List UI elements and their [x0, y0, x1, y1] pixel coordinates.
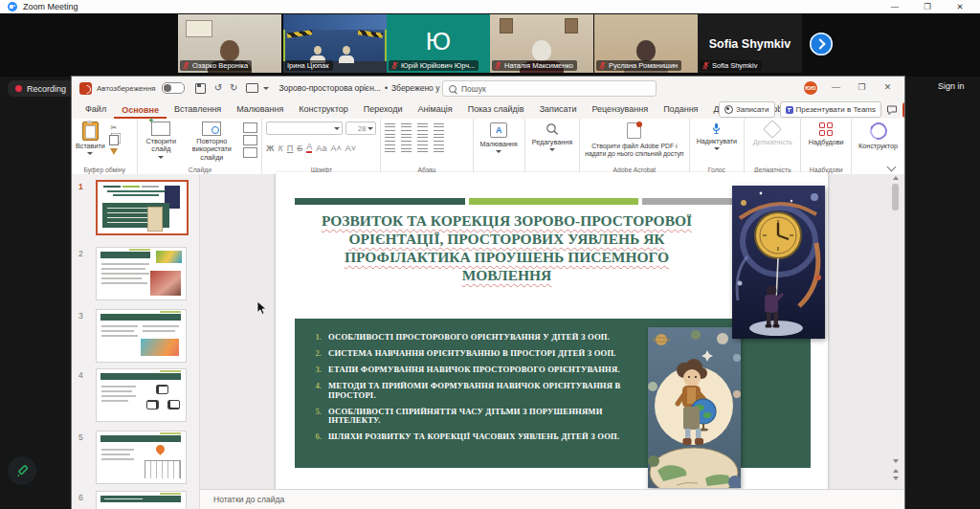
- annotation-pencil-button[interactable]: [8, 456, 36, 485]
- voice-group: Надиктувати Голос: [690, 119, 745, 174]
- slide-thumbnail-6[interactable]: [96, 491, 187, 509]
- layout-icon[interactable]: [243, 122, 257, 133]
- ribbon-tabs: Файл Основне Вставлення Малювання Констр…: [78, 100, 797, 119]
- record-button[interactable]: Записати: [719, 101, 775, 118]
- participant-tile[interactable]: Руслана Романишин: [594, 14, 698, 73]
- format-painter-icon[interactable]: [110, 148, 118, 155]
- smartart-icon[interactable]: [434, 144, 444, 152]
- italic-button[interactable]: К: [278, 144, 282, 153]
- indent-icon[interactable]: [417, 123, 428, 131]
- tab-slideshow[interactable]: Показ слайдів: [460, 101, 532, 119]
- notes-pane[interactable]: Нотатки до слайда: [200, 489, 904, 509]
- reuse-slides-button[interactable]: Повторно використати слайди: [184, 122, 239, 162]
- drawing-button[interactable]: A Малювання: [478, 122, 521, 154]
- powerpoint-window: Автозбереження ↺ ↻ Зорово-просторова орі…: [72, 77, 904, 509]
- columns-icon[interactable]: [434, 134, 444, 142]
- next-slide-icon[interactable]: [893, 476, 899, 480]
- create-pdf-button[interactable]: Створити файл Adobe PDF і надати до ньог…: [584, 143, 685, 159]
- qat-more-icon[interactable]: [263, 87, 269, 90]
- designer-button[interactable]: Конструктор: [856, 122, 901, 151]
- autosave-toggle[interactable]: [162, 82, 185, 94]
- dictate-button[interactable]: Надиктувати: [694, 122, 740, 151]
- cut-icon[interactable]: ✂: [110, 123, 117, 132]
- section-icon[interactable]: [243, 147, 257, 158]
- slide-canvas[interactable]: РОЗВИТОК ТА КОРЕКЦІЯ ЗОРОВО-ПРОСТОРОВОЇ …: [276, 172, 828, 489]
- font-name-select[interactable]: [266, 122, 343, 135]
- shrink-font-button[interactable]: A˅: [345, 144, 356, 153]
- grow-font-button[interactable]: A˄: [330, 144, 341, 153]
- account-avatar[interactable]: ЮЮ: [804, 81, 817, 95]
- adobe-pdf-icon[interactable]: [627, 122, 641, 139]
- powerpoint-icon: [79, 82, 92, 95]
- previous-slide-icon[interactable]: [893, 469, 899, 473]
- participant-tile-active-speaker[interactable]: Ірина Цюпак: [283, 14, 387, 73]
- editing-group: Редагування: [525, 119, 580, 174]
- slide-thumbnail-5[interactable]: [96, 431, 187, 484]
- copy-icon[interactable]: [109, 135, 119, 145]
- tab-animations[interactable]: Анімація: [410, 101, 459, 119]
- slide-thumbnail-4[interactable]: [96, 368, 187, 422]
- slide-thumbnail-1[interactable]: [96, 180, 189, 235]
- bold-button[interactable]: Ж: [266, 144, 274, 153]
- justify-icon[interactable]: [385, 144, 395, 152]
- align-left-icon[interactable]: [385, 134, 395, 142]
- scroll-down-icon[interactable]: [893, 459, 899, 463]
- editor-scrollbar[interactable]: [891, 176, 901, 488]
- ppt-maximize-icon[interactable]: ❐: [849, 77, 875, 100]
- tab-view[interactable]: Подання: [656, 101, 705, 119]
- tab-insert[interactable]: Вставлення: [167, 101, 229, 119]
- align-text-icon[interactable]: [417, 144, 428, 152]
- text-direction-icon[interactable]: [401, 144, 412, 152]
- tab-draw[interactable]: Малювання: [229, 101, 291, 119]
- boy-with-globe-illustration[interactable]: [648, 327, 741, 488]
- slide-thumbnail-3[interactable]: [96, 309, 187, 363]
- bullets-icon[interactable]: [385, 123, 395, 131]
- minimize-icon[interactable]: —: [879, 0, 911, 13]
- ppt-minimize-icon[interactable]: —: [823, 77, 849, 100]
- align-center-icon[interactable]: [401, 134, 412, 142]
- addins-button[interactable]: Надбудови: [806, 122, 847, 147]
- sign-in-button[interactable]: Sign in: [938, 81, 965, 91]
- save-icon[interactable]: [195, 83, 206, 94]
- numbering-icon[interactable]: [401, 123, 412, 131]
- redo-icon[interactable]: ↻: [230, 83, 237, 93]
- tab-file[interactable]: Файл: [78, 101, 114, 119]
- search-input[interactable]: Пошук: [442, 80, 657, 97]
- wall-picture: [565, 18, 578, 33]
- share-button[interactable]: [902, 102, 904, 118]
- reset-slide-icon[interactable]: [243, 135, 257, 145]
- tab-home[interactable]: Основне: [114, 102, 167, 120]
- change-case-button[interactable]: Аа: [316, 144, 326, 153]
- slide-title[interactable]: РОЗВИТОК ТА КОРЕКЦІЯ ЗОРОВО-ПРОСТОРОВОЇ …: [289, 211, 724, 284]
- ppt-close-icon[interactable]: ✕: [875, 77, 901, 100]
- tab-design[interactable]: Конструктор: [291, 101, 355, 119]
- undo-icon[interactable]: ↺: [214, 83, 222, 93]
- scroll-up-icon[interactable]: [893, 176, 899, 180]
- maximize-icon[interactable]: ❐: [911, 0, 944, 13]
- line-spacing-icon[interactable]: [434, 123, 444, 131]
- tab-transitions[interactable]: Переходи: [356, 101, 411, 119]
- participant-tile[interactable]: Sofia Shymkiv Sofia Shymkiv: [698, 14, 802, 73]
- participant-tile[interactable]: Озарко Вероніка: [178, 14, 281, 73]
- chevron-down-icon: [549, 148, 555, 151]
- tab-record[interactable]: Записати: [532, 101, 585, 119]
- participant-tile[interactable]: Наталія Максименко: [490, 14, 593, 73]
- slide-thumbnail-2[interactable]: [96, 247, 187, 300]
- new-slide-button[interactable]: Створити слайд: [142, 122, 180, 159]
- align-right-icon[interactable]: [417, 134, 428, 142]
- font-color-button[interactable]: А: [306, 143, 312, 153]
- slideshow-icon[interactable]: [246, 83, 258, 93]
- scrollbar-thumb[interactable]: [892, 184, 899, 210]
- paste-button[interactable]: Вставити: [76, 122, 105, 155]
- underline-button[interactable]: П: [287, 144, 293, 153]
- font-size-select[interactable]: 28: [345, 122, 376, 135]
- tab-review[interactable]: Рецензування: [584, 101, 656, 119]
- close-icon[interactable]: ✕: [944, 0, 976, 13]
- editing-button[interactable]: Редагування: [529, 122, 575, 152]
- participant-tile[interactable]: Ю Юрій Юрійович Юрч...: [387, 14, 490, 73]
- next-participants-button[interactable]: [810, 33, 833, 55]
- present-in-teams-button[interactable]: Презентувати в Teams: [780, 101, 882, 118]
- comments-icon[interactable]: [886, 104, 898, 116]
- boy-with-clock-illustration[interactable]: [732, 186, 825, 339]
- strikethrough-button[interactable]: S: [297, 144, 302, 153]
